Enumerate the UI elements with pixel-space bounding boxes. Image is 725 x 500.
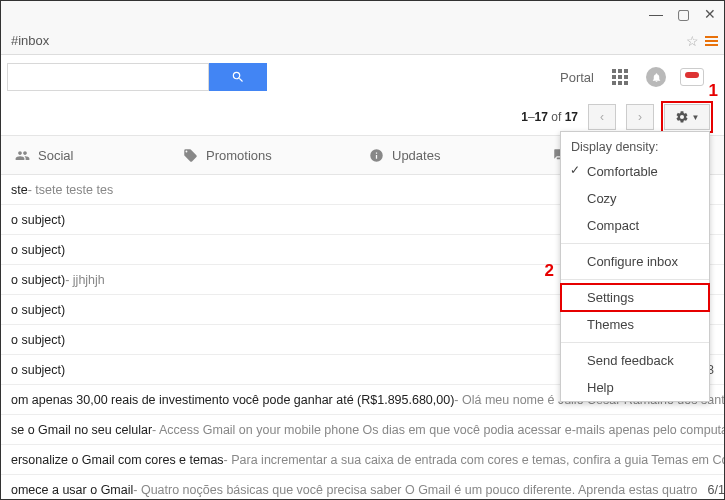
address-bar: #inbox ☆: [1, 27, 724, 55]
menu-divider: [561, 342, 709, 343]
menu-feedback[interactable]: Send feedback: [561, 347, 709, 374]
tab-social[interactable]: Social: [1, 136, 169, 174]
window-titlebar: — ▢ ✕: [1, 1, 724, 27]
tag-icon: [183, 148, 198, 163]
menu-header: Display density:: [561, 132, 709, 158]
menu-compact[interactable]: Compact: [561, 212, 709, 239]
message-row[interactable]: se o Gmail no seu celular - Access Gmail…: [1, 415, 724, 445]
settings-menu: Display density: Comfortable Cozy Compac…: [560, 131, 710, 402]
menu-settings[interactable]: Settings: [561, 284, 709, 311]
minimize-button[interactable]: —: [649, 6, 663, 22]
menu-themes[interactable]: Themes: [561, 311, 709, 338]
message-row[interactable]: omece a usar o Gmail - Quatro noções bás…: [1, 475, 724, 500]
search-icon: [231, 70, 245, 84]
search-button[interactable]: [209, 63, 267, 91]
apps-grid-icon[interactable]: [612, 69, 628, 85]
next-page-button[interactable]: ›: [626, 104, 654, 130]
menu-divider: [561, 279, 709, 280]
bookmark-star-icon[interactable]: ☆: [686, 33, 699, 49]
people-icon: [15, 148, 30, 163]
tab-promotions[interactable]: Promotions: [169, 136, 355, 174]
menu-comfortable[interactable]: Comfortable: [561, 158, 709, 185]
prev-page-button[interactable]: ‹: [588, 104, 616, 130]
notifications-icon[interactable]: [646, 67, 666, 87]
search-input[interactable]: [7, 63, 209, 91]
close-button[interactable]: ✕: [704, 6, 716, 22]
maximize-button[interactable]: ▢: [677, 6, 690, 22]
portal-link[interactable]: Portal: [560, 70, 594, 85]
gear-icon: [675, 110, 689, 124]
pagination-text: 1–17 of 17: [521, 110, 578, 124]
app-toolbar: Portal: [1, 55, 724, 99]
menu-cozy[interactable]: Cozy: [561, 185, 709, 212]
info-icon: [369, 148, 384, 163]
url-text[interactable]: #inbox: [7, 33, 680, 48]
browser-menu-icon[interactable]: [705, 36, 718, 46]
pagination-row: 1–17 of 17 ‹ › ▼: [1, 99, 724, 135]
menu-divider: [561, 243, 709, 244]
annotation-1: 1: [709, 81, 718, 101]
dropdown-caret-icon: ▼: [692, 113, 700, 122]
annotation-2: 2: [545, 261, 554, 281]
menu-help[interactable]: Help: [561, 374, 709, 401]
account-avatar[interactable]: [680, 68, 704, 86]
settings-gear-button[interactable]: ▼: [664, 104, 710, 130]
menu-configure-inbox[interactable]: Configure inbox: [561, 248, 709, 275]
tab-updates[interactable]: Updates: [355, 136, 539, 174]
message-row[interactable]: ersonalize o Gmail com cores e temas - P…: [1, 445, 724, 475]
